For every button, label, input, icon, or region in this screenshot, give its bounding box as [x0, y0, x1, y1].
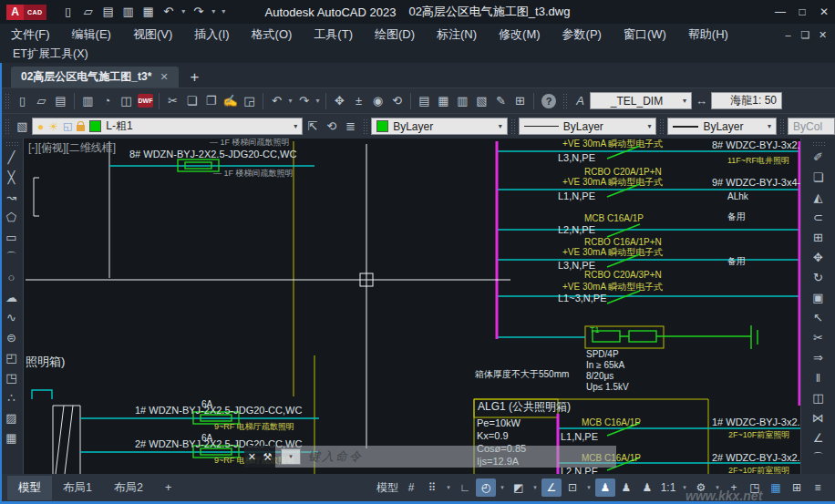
menu-item[interactable]: 文件(F): [0, 26, 61, 43]
chevron-down-icon[interactable]: ▾: [294, 122, 297, 130]
insert-block-tool[interactable]: ◰: [0, 348, 23, 368]
open-file-button[interactable]: ▱: [79, 2, 98, 22]
zoom-window-button[interactable]: ◉: [368, 91, 387, 111]
plot-preview-button[interactable]: ◔: [98, 91, 117, 111]
array-tool[interactable]: ⊞: [801, 228, 835, 248]
command-prompt[interactable]: 键入命令: [308, 448, 363, 465]
stretch-tool[interactable]: ↖: [801, 308, 835, 328]
layout1-tab[interactable]: 布局1: [52, 476, 103, 500]
trim-tool[interactable]: ✂: [801, 328, 835, 348]
modify-toolbar-grip[interactable]: [812, 141, 825, 146]
layer-unlock-icon[interactable]: [77, 125, 85, 131]
grid-display-toggle[interactable]: #: [401, 478, 421, 497]
save-as-button[interactable]: ▥: [119, 2, 138, 22]
menu-item[interactable]: 修改(M): [488, 26, 552, 43]
doc-minimize-button[interactable]: –: [779, 29, 797, 40]
redo-button[interactable]: ↷: [294, 91, 314, 111]
undo-button[interactable]: ↶: [267, 91, 286, 111]
region-tool[interactable]: ▦: [0, 428, 23, 448]
polyline-tool[interactable]: ↝: [0, 188, 23, 208]
point-tool[interactable]: ∴: [0, 388, 23, 408]
spline-tool[interactable]: ∿: [0, 308, 23, 328]
revision-cloud-tool[interactable]: ☁: [0, 288, 23, 308]
extend-tool[interactable]: ⇒: [801, 348, 835, 368]
properties-palette-button[interactable]: ▤: [415, 91, 434, 111]
make-block-tool[interactable]: ◳: [0, 368, 23, 388]
undo-caret[interactable]: ▾: [180, 2, 188, 22]
qsave-button[interactable]: ▤: [51, 91, 70, 111]
styles-toolbar-grip[interactable]: [562, 93, 568, 109]
object-snap-tracking-toggle[interactable]: ∠: [541, 478, 562, 497]
document-tab[interactable]: 02高层公区电气施工图_t3* ✕: [11, 67, 179, 87]
menu-item[interactable]: 视图(V): [122, 26, 183, 43]
object-snap-caret[interactable]: ▾: [583, 478, 594, 497]
match-properties-button[interactable]: ✍: [221, 91, 240, 111]
layer-color-swatch[interactable]: [89, 120, 101, 132]
scale-style-combobox[interactable]: 海龍1: 50: [711, 92, 782, 109]
menu-item[interactable]: 编辑(E): [61, 26, 122, 43]
new-drawing-tab-button[interactable]: +: [179, 67, 211, 87]
menu-item[interactable]: 标注(N): [426, 26, 488, 43]
annotation-autoscale-toggle[interactable]: ♟: [616, 478, 636, 497]
zoom-realtime-button[interactable]: ±: [349, 91, 368, 111]
ellipse-tool[interactable]: ⊜: [0, 328, 23, 348]
undo-button[interactable]: ↶: [160, 2, 178, 22]
lineweight-combobox[interactable]: ByLayer ▾: [667, 118, 777, 135]
autocad-logo[interactable]: A CAD: [6, 5, 46, 20]
menu-item[interactable]: 格式(O): [241, 26, 304, 43]
color-combobox[interactable]: ByLayer ▾: [371, 118, 508, 135]
layout2-tab[interactable]: 布局2: [103, 476, 154, 500]
publish-button[interactable]: ◫: [117, 91, 136, 111]
chevron-down-icon[interactable]: ▾: [683, 97, 686, 105]
command-close-icon[interactable]: ✕: [248, 451, 256, 463]
layer-on-bulb-icon[interactable]: ●: [37, 120, 44, 133]
break-tool[interactable]: ◫: [801, 388, 835, 408]
open-button[interactable]: ▱: [32, 91, 51, 111]
designcenter-button[interactable]: ▦: [434, 91, 453, 111]
scale-tool[interactable]: ▣: [801, 288, 835, 308]
menu-item-et-tools[interactable]: ET扩展工具(X): [0, 46, 101, 62]
arc-tool[interactable]: ⌒: [0, 248, 23, 268]
clean-screen-button[interactable]: ⊞: [787, 478, 807, 497]
chevron-down-icon[interactable]: ▾: [499, 122, 502, 130]
plot-button[interactable]: ▦: [139, 2, 158, 22]
qnew-button[interactable]: ▯: [13, 91, 32, 111]
menu-item[interactable]: 窗口(W): [613, 26, 677, 43]
ortho-toggle[interactable]: ∟: [455, 478, 475, 497]
model-space-toggle[interactable]: 模型: [375, 478, 400, 497]
layer-toolbar-grip[interactable]: [5, 118, 10, 135]
chevron-down-icon[interactable]: ▾: [768, 122, 771, 130]
text-style-icon[interactable]: A: [571, 91, 590, 111]
menu-item[interactable]: 绘图(D): [364, 26, 426, 43]
plotstyle-combobox[interactable]: ByCol: [788, 118, 835, 135]
sheet-set-manager-button[interactable]: ▧: [472, 91, 491, 111]
hatch-tool[interactable]: ▨: [0, 408, 23, 428]
menu-item[interactable]: 帮助(H): [677, 26, 739, 43]
move-tool[interactable]: ✥: [801, 248, 835, 268]
circle-tool[interactable]: ○: [0, 268, 23, 288]
close-button[interactable]: ✕: [813, 5, 835, 18]
snap-mode-toggle[interactable]: ⠿: [422, 478, 442, 497]
redo-button[interactable]: ↷: [190, 2, 208, 22]
snap-caret[interactable]: ▾: [443, 478, 454, 497]
line-tool[interactable]: ╱: [0, 148, 23, 168]
save-button[interactable]: ▤: [99, 2, 118, 22]
isometric-drafting-toggle[interactable]: ◩: [509, 478, 529, 497]
dwf-button[interactable]: DWF: [138, 94, 153, 108]
annotation-scale-button[interactable]: ♟: [637, 478, 657, 497]
toolbar-grip[interactable]: [5, 93, 10, 109]
properties-toolbar-grip[interactable]: [363, 118, 368, 135]
graphics-performance-button[interactable]: ▦: [766, 478, 786, 497]
layer-states-button[interactable]: ≣: [341, 117, 360, 137]
annotation-scale-value[interactable]: 1:1: [658, 478, 678, 497]
quickcalc-button[interactable]: ⊞: [510, 91, 530, 111]
cut-button[interactable]: ✂: [163, 91, 182, 111]
layer-thaw-sun-icon[interactable]: ☀: [48, 120, 58, 133]
rotate-tool[interactable]: ↻: [801, 268, 835, 288]
new-file-button[interactable]: ▯: [59, 2, 77, 22]
doc-close-button[interactable]: ✕: [814, 29, 831, 41]
erase-tool[interactable]: ✐: [801, 148, 835, 168]
customize-button[interactable]: ≡: [808, 478, 828, 497]
linetype-combobox[interactable]: ByLayer ▾: [519, 118, 657, 135]
model-tab[interactable]: 模型: [7, 476, 52, 500]
